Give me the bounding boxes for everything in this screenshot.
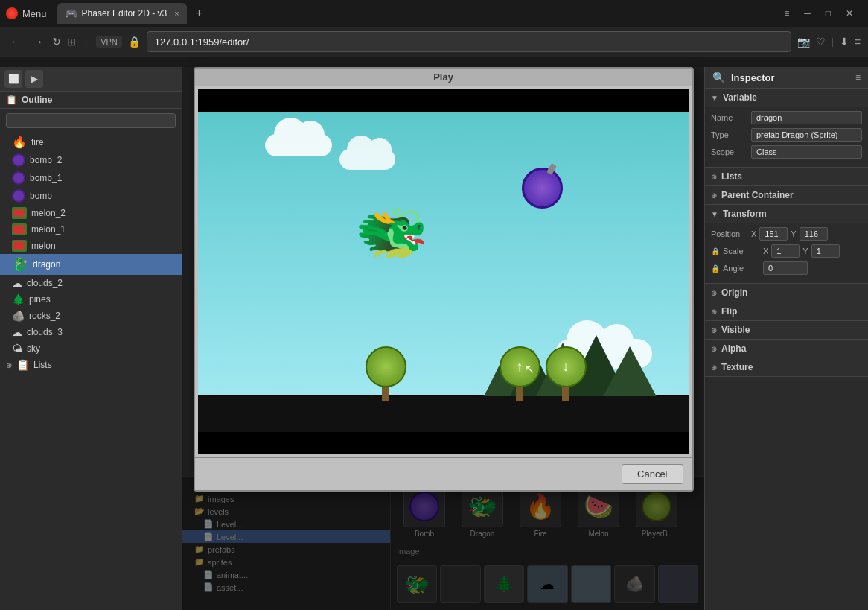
cursor-indicator: ↖ bbox=[525, 362, 534, 376]
heart-icon[interactable]: ♡ bbox=[816, 36, 826, 48]
menu-label[interactable]: Menu bbox=[22, 8, 47, 19]
clouds3-icon: ☁ bbox=[12, 326, 22, 338]
left-panel: ⬜ ▶ 📋 Outline 🔥 fire bomb_2 bomb_1 bbox=[0, 67, 182, 610]
outline-item-melon[interactable]: melon bbox=[0, 238, 182, 254]
outline-item-fire[interactable]: 🔥 fire bbox=[0, 133, 182, 151]
outline-item-sky[interactable]: 🌤 sky bbox=[0, 340, 182, 357]
tab-title: Phaser Editor 2D - v3 bbox=[82, 8, 167, 19]
tab-favicon: 🎮 bbox=[65, 7, 77, 19]
inspector-section-alpha: ⊕ Alpha bbox=[705, 340, 868, 358]
inspector-toggle[interactable]: ≡ bbox=[855, 72, 861, 83]
screenshot-icon[interactable]: 📷 bbox=[797, 36, 810, 48]
section-header-visible[interactable]: ⊕ Visible bbox=[705, 321, 868, 339]
section-header-parent[interactable]: ⊕ Parent Container bbox=[705, 186, 868, 204]
outline-item-melon1[interactable]: melon_1 bbox=[0, 221, 182, 238]
position-field-label: Position bbox=[711, 229, 748, 238]
inspector-section-parent: ⊕ Parent Container bbox=[705, 186, 868, 205]
tab-close-btn[interactable]: × bbox=[174, 9, 179, 18]
browser-chrome: Menu 🎮 Phaser Editor 2D - v3 × + ≡ ─ □ ✕… bbox=[0, 0, 868, 67]
name-field-label: Name bbox=[711, 113, 748, 122]
section-header-alpha[interactable]: ⊕ Alpha bbox=[705, 340, 868, 358]
outline-item-melon1-label: melon_1 bbox=[31, 224, 66, 235]
field-row-position: Position X 151 Y 116 bbox=[711, 227, 862, 241]
active-tab[interactable]: 🎮 Phaser Editor 2D - v3 × bbox=[57, 3, 187, 24]
cloud-1 bbox=[265, 134, 332, 156]
forward-btn[interactable]: → bbox=[30, 34, 46, 49]
inspector-icon: 🔍 bbox=[712, 72, 725, 83]
cancel-button[interactable]: Cancel bbox=[622, 464, 683, 484]
scale-y-label: Y bbox=[802, 247, 808, 255]
download-icon[interactable]: ⬇ bbox=[840, 36, 849, 48]
field-row-angle: 🔒 Angle 0 bbox=[711, 261, 862, 275]
outline-item-bomb2[interactable]: bomb_2 bbox=[0, 151, 182, 169]
section-header-origin[interactable]: ⊕ Origin bbox=[705, 284, 868, 302]
outline-search-input[interactable] bbox=[6, 113, 176, 128]
toolbar-play-btn[interactable]: ▶ bbox=[25, 70, 43, 88]
scale-y-value[interactable]: 1 bbox=[811, 244, 840, 258]
visible-section-label: Visible bbox=[721, 325, 750, 335]
rocks2-icon: 🪨 bbox=[12, 310, 25, 322]
pos-x-value[interactable]: 151 bbox=[759, 227, 788, 241]
scope-field-value[interactable]: Class bbox=[751, 145, 862, 159]
new-tab-btn[interactable]: + bbox=[191, 5, 207, 22]
outline-item-melon2-label: melon_2 bbox=[31, 208, 66, 218]
refresh-btn[interactable]: ↻ bbox=[52, 36, 61, 48]
lists-group-icon: 📋 bbox=[16, 359, 29, 371]
section-header-flip[interactable]: ⊕ Flip bbox=[705, 302, 868, 320]
grid-btn[interactable]: ⊞ bbox=[67, 36, 76, 48]
outline-item-rocks2[interactable]: 🪨 rocks_2 bbox=[0, 308, 182, 324]
game-canvas: ↑ ↓ 🐲 bbox=[198, 89, 689, 454]
window-close-btn[interactable]: ✕ bbox=[843, 7, 856, 20]
tree-left bbox=[366, 346, 406, 401]
field-row-scale: 🔒 Scale X 1 Y 1 bbox=[711, 244, 862, 258]
type-field-value[interactable]: prefab Dragon (Sprite) bbox=[751, 128, 862, 142]
inspector-section-visible: ⊕ Visible bbox=[705, 321, 868, 340]
section-header-variable[interactable]: ▼ Variable bbox=[705, 89, 868, 107]
bomb-icon bbox=[12, 189, 25, 203]
address-bar[interactable] bbox=[147, 31, 791, 52]
back-btn[interactable]: ← bbox=[7, 34, 24, 49]
angle-value[interactable]: 0 bbox=[763, 261, 808, 275]
outline-item-dragon[interactable]: 🐉 dragon bbox=[0, 254, 182, 275]
outline-item-lists[interactable]: ⊕ 📋 Lists bbox=[0, 357, 182, 373]
pos-y-value[interactable]: 116 bbox=[800, 227, 828, 241]
dragon-item-icon: 🐉 bbox=[12, 256, 28, 273]
outline-item-melon2[interactable]: melon_2 bbox=[0, 205, 182, 221]
scale-x-value[interactable]: 1 bbox=[771, 244, 800, 258]
menu-icon[interactable]: ≡ bbox=[855, 36, 861, 48]
outline-item-clouds3[interactable]: ☁ clouds_3 bbox=[0, 324, 182, 340]
outline-item-rocks2-label: rocks_2 bbox=[29, 311, 60, 321]
opera-logo bbox=[6, 7, 18, 19]
ground bbox=[198, 396, 689, 432]
lists-section-label: Lists bbox=[721, 171, 742, 182]
section-header-texture[interactable]: ⊕ Texture bbox=[705, 358, 868, 376]
section-header-transform[interactable]: ▼ Transform bbox=[705, 205, 868, 223]
bomb2-icon bbox=[12, 153, 25, 167]
center-panel: Play bbox=[182, 67, 704, 610]
window-minimize-btn[interactable]: ─ bbox=[801, 7, 814, 20]
inspector-header: 🔍 Inspector ≡ bbox=[705, 67, 868, 89]
outline-item-pines[interactable]: 🌲 pines bbox=[0, 291, 182, 308]
section-header-lists[interactable]: ⊕ Lists bbox=[705, 168, 868, 185]
flip-toggle-icon: ⊕ bbox=[711, 308, 717, 316]
vpn-badge[interactable]: VPN bbox=[96, 36, 122, 48]
scale-lock-icon[interactable]: 🔒 bbox=[711, 247, 720, 255]
variable-section-label: Variable bbox=[723, 92, 757, 103]
outline-item-bomb-label: bomb bbox=[30, 191, 52, 201]
outline-item-fire-label: fire bbox=[31, 137, 44, 147]
name-field-value[interactable]: dragon bbox=[751, 111, 862, 124]
lists-expand-icon: ⊕ bbox=[6, 361, 12, 369]
outline-item-bomb[interactable]: bomb bbox=[0, 187, 182, 205]
angle-lock-icon[interactable]: 🔒 bbox=[711, 264, 720, 273]
outline-item-dragon-label: dragon bbox=[33, 259, 60, 270]
shield-icon: 🔒 bbox=[128, 36, 141, 48]
outline-item-bomb1[interactable]: bomb_1 bbox=[0, 169, 182, 187]
inspector-section-transform: ▼ Transform Position X 151 Y 116 🔒 bbox=[705, 205, 868, 284]
window-maximize-btn[interactable]: □ bbox=[823, 7, 834, 20]
outline-icon: 📋 bbox=[6, 95, 17, 105]
outline-item-clouds3-label: clouds_3 bbox=[27, 327, 63, 337]
outline-header: 📋 Outline bbox=[0, 92, 182, 109]
outline-item-clouds2[interactable]: ☁ clouds_2 bbox=[0, 275, 182, 291]
toolbar-scene-btn[interactable]: ⬜ bbox=[4, 70, 22, 88]
window-stack-btn[interactable]: ≡ bbox=[781, 7, 792, 20]
